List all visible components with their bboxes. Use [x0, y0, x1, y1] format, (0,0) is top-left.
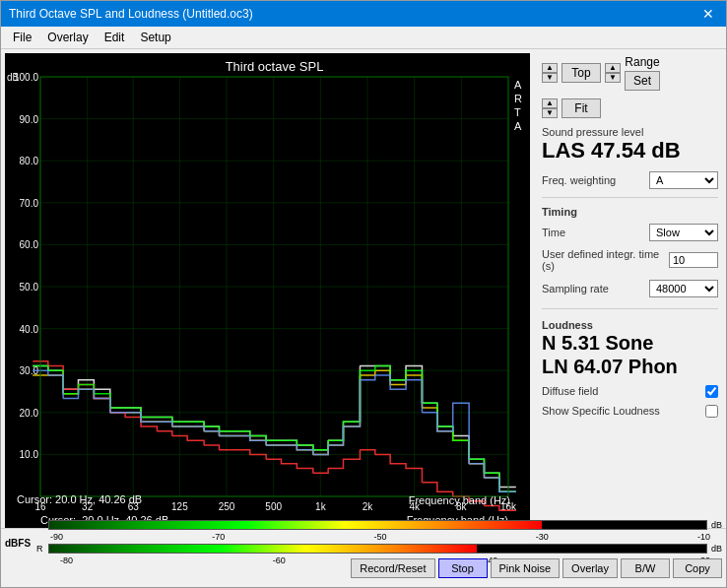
fit-up-btn[interactable]: ▲	[605, 63, 621, 73]
user-defined-row: User defined integr. time (s)	[542, 248, 718, 272]
time-select[interactable]: SlowFast	[649, 224, 718, 241]
diffuse-field-row: Diffuse field	[542, 385, 718, 398]
show-specific-loudness-label: Show Specific Loudness	[542, 405, 701, 417]
meter-tick-n70: -70	[212, 532, 225, 542]
timing-label: Timing	[542, 206, 718, 218]
meter-tick-n50: -50	[373, 532, 386, 542]
loudness-section: Loudness N 5.31 Sone LN 64.07 Phon	[542, 319, 718, 378]
freq-weighting-select[interactable]: ABCZ	[649, 171, 718, 189]
title-bar: Third Octave SPL and Loudness (Untitled.…	[1, 1, 726, 27]
sampling-rate-row: Sampling rate 480004410096000	[542, 280, 718, 297]
loudness-n-value: N 5.31 Sone	[542, 331, 718, 355]
spl-value: LAS 47.54 dB	[542, 138, 718, 163]
time-label: Time	[542, 227, 645, 238]
meter-tick-n90: -90	[50, 532, 63, 542]
close-button[interactable]: ✕	[698, 6, 718, 22]
side-panel: ▲ ▼ Top ▲ ▼ Range Set ▲ ▼ Fit	[534, 49, 726, 528]
cursor-info: Cursor: 20.0 Hz, 40.26 dB	[9, 492, 150, 506]
freq-band-label: Frequency band (Hz)	[409, 494, 510, 506]
menu-bar: File Overlay Edit Setup	[1, 27, 726, 49]
stop-button[interactable]: Stop	[438, 558, 488, 578]
meter-row-r: R dB	[36, 544, 722, 554]
db-suffix-l: dB	[711, 520, 722, 530]
main-window: Third Octave SPL and Loudness (Untitled.…	[0, 0, 727, 588]
window-title: Third Octave SPL and Loudness (Untitled.…	[9, 7, 253, 21]
sampling-rate-label: Sampling rate	[542, 283, 645, 294]
spl-section-label: Sound pressure level	[542, 126, 718, 138]
menu-overlay[interactable]: Overlay	[39, 29, 96, 46]
fit-button[interactable]: Fit	[562, 98, 601, 118]
action-buttons-row: Record/Reset Stop Pink Noise Overlay B/W…	[1, 556, 726, 580]
chart-wrapper: Cursor: 20.0 Hz, 40.26 dB Frequency band…	[5, 53, 530, 528]
record-reset-button[interactable]: Record/Reset	[351, 558, 434, 578]
meter-bar-l	[48, 520, 707, 530]
freq-weighting-row: Freq. weighting ABCZ	[542, 171, 718, 189]
meter-fill-r	[49, 545, 477, 553]
menu-edit[interactable]: Edit	[97, 29, 133, 46]
freq-weighting-label: Freq. weighting	[542, 174, 645, 186]
divider2	[542, 308, 718, 309]
spl-chart	[5, 53, 530, 528]
set-button[interactable]: Set	[625, 71, 660, 91]
loudness-ln-value: LN 64.07 Phon	[542, 355, 718, 378]
top-up-btn[interactable]: ▲	[542, 63, 558, 73]
meter-tick-n10: -10	[697, 532, 710, 542]
fit-spinners: ▲ ▼	[605, 63, 621, 83]
bottom-bar: dBFS L dB -90 -70 -50 -30 -10 R	[1, 528, 726, 587]
spl-section: Sound pressure level LAS 47.54 dB	[542, 126, 718, 163]
content-area: Cursor: 20.0 Hz, 40.26 dB Frequency band…	[1, 49, 726, 528]
menu-file[interactable]: File	[5, 29, 39, 46]
show-specific-loudness-checkbox[interactable]	[705, 405, 718, 418]
menu-setup[interactable]: Setup	[132, 29, 178, 46]
meter-area: dBFS L dB -90 -70 -50 -30 -10 R	[1, 529, 726, 556]
dbfs-label: dBFS	[5, 538, 34, 549]
meter-bar-r	[48, 544, 707, 554]
diffuse-field-label: Diffuse field	[542, 385, 701, 397]
diffuse-field-checkbox[interactable]	[705, 385, 718, 398]
top-fit-controls: ▲ ▼ Top ▲ ▼ Range Set	[542, 55, 718, 91]
top-down-btn[interactable]: ▼	[542, 73, 558, 83]
pink-noise-button[interactable]: Pink Noise	[491, 558, 561, 578]
range-label: Range	[625, 55, 659, 69]
time-row: Time SlowFast	[542, 224, 718, 241]
top-button[interactable]: Top	[562, 63, 601, 83]
overlay-button[interactable]: Overlay	[562, 558, 618, 578]
meter-fill-l	[49, 521, 542, 529]
fit-down-btn[interactable]: ▼	[605, 73, 621, 83]
sampling-rate-select[interactable]: 480004410096000	[649, 280, 718, 297]
fit2-spinners: ▲ ▼	[542, 98, 558, 118]
user-defined-label: User defined integr. time (s)	[542, 248, 665, 272]
user-defined-input[interactable]	[669, 252, 718, 268]
show-specific-loudness-row: Show Specific Loudness	[542, 405, 718, 418]
bw-button[interactable]: B/W	[621, 558, 670, 578]
channel-r-label: R	[36, 544, 46, 554]
loudness-label: Loudness	[542, 319, 718, 331]
meter-row-l: L dB	[36, 520, 722, 530]
db-suffix-r: dB	[711, 544, 722, 554]
top-spinners: ▲ ▼	[542, 63, 558, 83]
meter-tick-n30: -30	[536, 532, 549, 542]
divider1	[542, 197, 718, 198]
copy-button[interactable]: Copy	[673, 558, 722, 578]
fit2-up-btn[interactable]: ▲	[542, 98, 558, 108]
fit2-down-btn[interactable]: ▼	[542, 108, 558, 118]
